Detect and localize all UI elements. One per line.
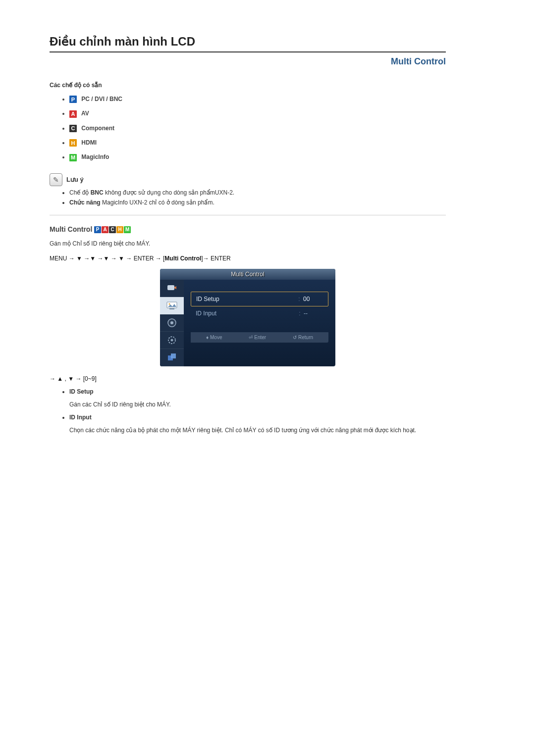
osd-footer: ♦ Move ⏎ Enter ↺ Return xyxy=(191,332,328,343)
colon: : xyxy=(295,296,303,302)
osd-row-id-input[interactable]: ID Input : -- xyxy=(191,306,328,320)
down-icon: ▼ xyxy=(90,255,96,262)
subheading-text: Multi Control xyxy=(50,225,92,233)
osd-hint-enter: ⏎ Enter xyxy=(249,335,266,340)
id-setup-heading: ID Setup xyxy=(69,388,94,395)
note-item-magicinfo: Chức năng MagicInfo UXN-2 chỉ có ở dòng … xyxy=(69,199,446,206)
m-icon: M xyxy=(69,154,77,161)
osd-id-input-value: -- xyxy=(304,310,323,317)
osd-row-id-setup[interactable]: ID Setup : 00 xyxy=(191,292,328,306)
c-icon: C xyxy=(69,125,77,132)
c-icon: C xyxy=(109,226,116,233)
mode-item-hdmi: H HDMI xyxy=(69,139,446,147)
p-icon: P xyxy=(69,96,77,103)
arrow-icon: → xyxy=(156,255,161,262)
menu-path-enter: ENTER xyxy=(211,255,231,262)
osd-tab-input-icon[interactable] xyxy=(160,280,184,297)
note1-pre: Chế độ xyxy=(69,189,91,196)
note-label: Lưu ý xyxy=(66,176,84,183)
arrow-icon: → xyxy=(98,255,104,262)
osd-hint-move: ♦ Move xyxy=(206,335,222,340)
id-description-list: ID Setup Gán các Chỉ số ID riêng biệt ch… xyxy=(50,388,446,435)
colon: : xyxy=(296,310,304,317)
svg-point-7 xyxy=(171,339,173,341)
page-title: Điều chỉnh màn hình LCD xyxy=(50,35,446,52)
osd-tab-setup-icon[interactable] xyxy=(160,332,184,349)
osd-sidebar xyxy=(160,280,184,366)
osd-tab-multicontrol-icon[interactable] xyxy=(160,349,184,366)
p-icon: P xyxy=(94,226,101,233)
mode-label-hdmi: HDMI xyxy=(81,139,97,146)
note-list: Chế độ BNC không được sử dụng cho dòng s… xyxy=(50,189,446,206)
osd-main-panel: ID Setup : 00 ID Input : -- ♦ Move ⏎ Ent… xyxy=(184,280,335,366)
m-icon: M xyxy=(124,226,131,233)
svg-point-3 xyxy=(169,303,170,304)
osd-id-input-label: ID Input xyxy=(196,310,296,317)
note1-post: không được sử dụng cho dòng sản phẩmUXN-… xyxy=(104,189,234,196)
mode-label-magicinfo: MagicInfo xyxy=(81,153,109,160)
osd-tab-sound-icon[interactable] xyxy=(160,314,184,332)
svg-point-5 xyxy=(170,321,173,324)
note-heading-row: ✎ Lưu ý xyxy=(50,173,446,186)
note1-bold: BNC xyxy=(91,189,104,196)
down-icon: ▼ xyxy=(104,255,109,262)
menu-path-multicontrol: Multi Control xyxy=(164,255,201,262)
svg-rect-9 xyxy=(171,353,176,358)
osd-screenshot: Multi Control xyxy=(160,269,335,366)
down-icon: ▼ xyxy=(118,255,124,262)
svg-rect-0 xyxy=(167,285,174,290)
id-input-item: ID Input Chọn các chức năng của bộ phát … xyxy=(69,414,446,435)
arrow-icon: → xyxy=(84,255,90,262)
id-input-text: Chọn các chức năng của bộ phát cho một M… xyxy=(69,426,446,435)
mode-label-component: Component xyxy=(81,125,114,132)
svg-rect-1 xyxy=(167,302,177,308)
menu-path-menu: MENU xyxy=(50,255,67,262)
arrow-icon: → xyxy=(126,255,132,262)
mode-label-pc: PC / DVI / BNC xyxy=(81,96,122,102)
menu-path-enter: ENTER xyxy=(134,255,154,262)
assign-id-description: Gán mộ Chỉ số ID riêng biệt cho MÁY. xyxy=(50,240,446,247)
osd-hint-return: ↺ Return xyxy=(293,335,313,340)
mode-item-av: A AV xyxy=(69,110,446,117)
osd-id-setup-label: ID Setup xyxy=(196,296,295,302)
arrow-icon: → xyxy=(69,255,75,262)
mode-item-pc: P PC / DVI / BNC xyxy=(69,96,446,103)
id-input-heading: ID Input xyxy=(69,414,92,421)
osd-tab-picture-icon[interactable] xyxy=(160,297,184,314)
section-heading-right: Multi Control xyxy=(50,56,446,67)
arrow-icon: → xyxy=(203,255,209,262)
down-icon: ▼ xyxy=(76,255,82,262)
a-icon: A xyxy=(69,110,77,118)
multi-control-subheading: Multi Control PACHM xyxy=(50,225,446,233)
note2-pre: Chức năng xyxy=(69,199,101,206)
available-modes-list: P PC / DVI / BNC A AV C Component H HDMI… xyxy=(50,96,446,161)
note-icon: ✎ xyxy=(50,173,62,186)
a-icon: A xyxy=(102,226,108,233)
osd-title: Multi Control xyxy=(160,269,335,280)
mode-item-component: C Component xyxy=(69,125,446,132)
divider xyxy=(50,215,446,215)
svg-rect-2 xyxy=(169,308,174,309)
h-icon: H xyxy=(69,139,77,147)
arrow-icon: → xyxy=(111,255,117,262)
nav-sequence: → ▲ , ▼ → [0~9] xyxy=(50,375,446,382)
h-icon: H xyxy=(116,226,123,233)
note2-post: MagicInfo UXN-2 chỉ có ở dòng sản phẩm. xyxy=(101,199,214,206)
note-item-bnc: Chế độ BNC không được sử dụng cho dòng s… xyxy=(69,189,446,196)
menu-path: MENU → ▼ →▼ →▼ → ▼ → ENTER → [Multi Cont… xyxy=(50,255,446,262)
id-setup-item: ID Setup Gán các Chỉ số ID riêng biệt ch… xyxy=(69,388,446,409)
available-modes-heading: Các chế độ có sẵn xyxy=(50,82,446,89)
id-setup-text: Gán các Chỉ số ID riêng biệt cho MÁY. xyxy=(69,400,446,409)
mode-item-magicinfo: M MagicInfo xyxy=(69,153,446,161)
osd-id-setup-value: 00 xyxy=(303,296,323,302)
mode-label-av: AV xyxy=(81,110,89,117)
